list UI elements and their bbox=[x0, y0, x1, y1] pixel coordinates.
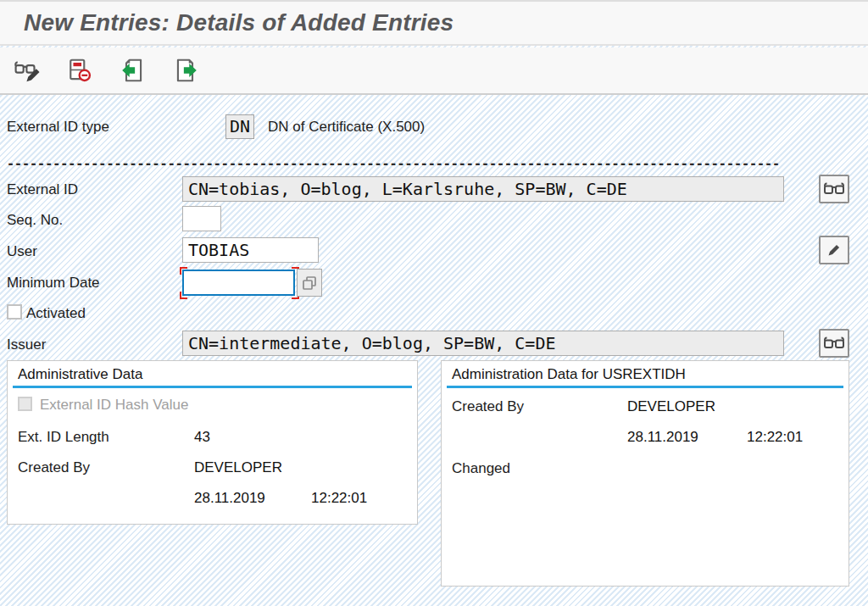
minimum-date-field-wrap bbox=[181, 268, 297, 297]
activated-checkbox[interactable] bbox=[7, 304, 22, 320]
application-toolbar bbox=[0, 47, 868, 95]
changed-label: Changed bbox=[452, 460, 510, 477]
created-time-value: 12:22:01 bbox=[747, 429, 803, 446]
delete-entry-icon bbox=[67, 57, 94, 84]
user-input[interactable] bbox=[182, 237, 319, 263]
exit-arrow-icon bbox=[172, 57, 199, 84]
issuer-label: Issuer bbox=[7, 336, 46, 353]
date-picker-button[interactable] bbox=[297, 269, 322, 297]
cursor-marker-bottom-left bbox=[180, 292, 187, 299]
external-id-hash-checkbox bbox=[18, 397, 32, 411]
edit-user-button[interactable] bbox=[819, 236, 849, 264]
administrative-data-title: Administrative Data bbox=[18, 366, 142, 383]
glasses-icon bbox=[823, 336, 845, 350]
sap-window: New Entries: Details of Added Entries bbox=[0, 0, 868, 606]
cursor-marker-top-left bbox=[180, 267, 187, 275]
ext-id-length-label: Ext. ID Length bbox=[18, 429, 109, 446]
exit-button[interactable] bbox=[171, 56, 200, 85]
minimum-date-label: Minimum Date bbox=[7, 275, 100, 292]
title-underline bbox=[13, 386, 412, 388]
external-id-type-label: External ID type bbox=[7, 119, 109, 136]
created-by-label: Created By bbox=[18, 459, 90, 476]
minimum-date-input[interactable] bbox=[182, 270, 295, 296]
title-bar: New Entries: Details of Added Entries bbox=[0, 2, 868, 46]
display-external-id-button[interactable] bbox=[819, 175, 849, 203]
external-id-type-description: DN of Certificate (X.500) bbox=[268, 119, 425, 136]
overlapping-windows-icon bbox=[301, 275, 318, 292]
back-arrow-icon bbox=[120, 57, 147, 84]
activated-label: Activated bbox=[26, 305, 86, 322]
created-by-label: Created By bbox=[452, 398, 524, 415]
created-by-value: DEVELOPER bbox=[627, 398, 715, 415]
issuer-field[interactable]: CN=intermediate, O=blog, SP=BW, C=DE bbox=[182, 331, 784, 356]
created-by-value: DEVELOPER bbox=[194, 459, 282, 476]
back-button[interactable] bbox=[119, 56, 147, 85]
display-change-button[interactable] bbox=[14, 56, 42, 85]
external-id-field[interactable]: CN=tobias, O=blog, L=Karlsruhe, SP=BW, C… bbox=[182, 176, 784, 202]
seq-no-label: Seq. No. bbox=[7, 212, 63, 229]
delete-entry-button[interactable] bbox=[66, 56, 95, 85]
display-issuer-button[interactable] bbox=[819, 329, 849, 358]
separator-line: ----------------------------------------… bbox=[7, 156, 780, 173]
seq-no-input[interactable] bbox=[182, 206, 221, 231]
external-id-hash-label: External ID Hash Value bbox=[40, 397, 188, 414]
administration-data-box: Administration Data for USREXTIDH Create… bbox=[441, 360, 849, 587]
created-date-value: 28.11.2019 bbox=[194, 490, 265, 507]
external-id-type-field[interactable]: DN bbox=[225, 114, 254, 139]
created-time-value: 12:22:01 bbox=[311, 490, 367, 507]
administration-data-title: Administration Data for USREXTIDH bbox=[452, 366, 686, 383]
pencil-icon bbox=[826, 242, 842, 258]
external-id-label: External ID bbox=[7, 181, 78, 198]
created-date-value: 28.11.2019 bbox=[627, 429, 698, 446]
user-label: User bbox=[7, 243, 37, 260]
glasses-pencil-icon bbox=[14, 57, 42, 84]
administrative-data-box: Administrative Data External ID Hash Val… bbox=[7, 360, 418, 525]
glasses-icon bbox=[823, 182, 845, 196]
page-title: New Entries: Details of Added Entries bbox=[24, 9, 453, 36]
form-area: External ID type DN DN of Certificate (X… bbox=[0, 97, 868, 606]
title-underline bbox=[447, 386, 843, 388]
ext-id-length-value: 43 bbox=[194, 429, 210, 446]
